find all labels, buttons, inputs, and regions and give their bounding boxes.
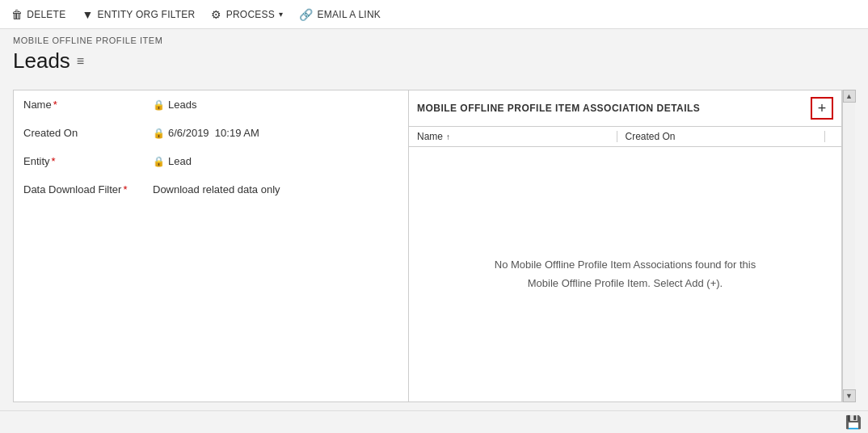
col-header-created-on: Created On bbox=[626, 131, 817, 142]
association-header: MOBILE OFFLINE PROFILE ITEM ASSOCIATION … bbox=[409, 90, 841, 127]
form-row-name: Name* 🔒Leads bbox=[14, 90, 408, 119]
scroll-up-arrow[interactable]: ▲ bbox=[843, 90, 856, 103]
save-icon[interactable]: 💾 bbox=[845, 414, 862, 430]
hamburger-menu-icon[interactable]: ≡ bbox=[77, 54, 84, 69]
name-lock-icon: 🔒 bbox=[153, 99, 165, 111]
add-association-button[interactable]: + bbox=[811, 97, 833, 120]
name-label: Name* bbox=[14, 90, 143, 119]
col-extra bbox=[833, 131, 841, 142]
entity-org-filter-label: ENTITY ORG FILTER bbox=[97, 9, 195, 20]
association-body: No Mobile Offline Profile Item Associati… bbox=[409, 147, 841, 401]
right-scrollbar[interactable]: ▲ ▼ bbox=[842, 90, 855, 402]
created-on-label: Created On bbox=[14, 119, 143, 147]
col-divider-1 bbox=[617, 131, 617, 142]
col-created-on-label: Created On bbox=[626, 131, 676, 142]
form-row-created-on: Created On 🔒6/6/2019 10:19 AM bbox=[14, 119, 408, 147]
form-row-data-download-filter: Data Download Filter* Download related d… bbox=[14, 175, 408, 204]
name-sort-icon[interactable]: ↑ bbox=[446, 132, 450, 141]
email-link-label: EMAIL A LINK bbox=[318, 9, 381, 20]
col-name-label: Name bbox=[417, 131, 443, 142]
delete-icon: 🗑 bbox=[11, 8, 23, 21]
page-subtitle: MOBILE OFFLINE PROFILE ITEM bbox=[13, 36, 855, 45]
col-divider-2 bbox=[824, 131, 825, 142]
data-download-filter-value: Download related data only bbox=[143, 175, 408, 204]
entity-required: * bbox=[52, 155, 56, 167]
delete-button[interactable]: 🗑 DELETE bbox=[11, 8, 65, 21]
name-required: * bbox=[53, 99, 57, 111]
data-download-filter-label: Data Download Filter* bbox=[14, 175, 143, 204]
status-bar: 💾 bbox=[0, 410, 868, 433]
association-panel: MOBILE OFFLINE PROFILE ITEM ASSOCIATION … bbox=[409, 90, 842, 402]
link-icon: 🔗 bbox=[299, 8, 313, 21]
association-columns: Name ↑ Created On bbox=[409, 127, 841, 147]
process-icon: ⚙ bbox=[211, 8, 221, 21]
filter-icon: ▼ bbox=[82, 8, 93, 21]
page-header: MOBILE OFFLINE PROFILE ITEM Leads ≡ bbox=[0, 29, 868, 82]
delete-label: DELETE bbox=[27, 9, 65, 20]
created-on-value: 🔒6/6/2019 10:19 AM bbox=[143, 119, 408, 147]
association-title: MOBILE OFFLINE PROFILE ITEM ASSOCIATION … bbox=[417, 103, 700, 114]
process-button[interactable]: ⚙ PROCESS ▾ bbox=[211, 8, 283, 21]
data-download-filter-required: * bbox=[123, 183, 127, 195]
scroll-down-arrow[interactable]: ▼ bbox=[843, 389, 856, 402]
email-link-button[interactable]: 🔗 EMAIL A LINK bbox=[299, 8, 381, 21]
toolbar: 🗑 DELETE ▼ ENTITY ORG FILTER ⚙ PROCESS ▾… bbox=[0, 0, 868, 29]
entity-value: 🔒Lead bbox=[143, 147, 408, 175]
col-header-name: Name ↑ bbox=[417, 131, 609, 142]
entity-lock-icon: 🔒 bbox=[153, 156, 165, 167]
entity-label: Entity* bbox=[14, 147, 143, 175]
process-dropdown-arrow: ▾ bbox=[279, 10, 283, 19]
form-panel: Name* 🔒Leads Created On 🔒6/6/2019 10:19 … bbox=[13, 90, 409, 402]
name-value: 🔒Leads bbox=[143, 90, 408, 119]
no-items-message: No Mobile Offline Profile Item Associati… bbox=[488, 256, 763, 292]
form-row-entity: Entity* 🔒Lead bbox=[14, 147, 408, 175]
process-label: PROCESS bbox=[226, 9, 275, 20]
entity-org-filter-button[interactable]: ▼ ENTITY ORG FILTER bbox=[82, 8, 195, 21]
page-title: Leads bbox=[13, 48, 70, 74]
scroll-track bbox=[843, 103, 855, 389]
created-on-lock-icon: 🔒 bbox=[153, 128, 165, 139]
